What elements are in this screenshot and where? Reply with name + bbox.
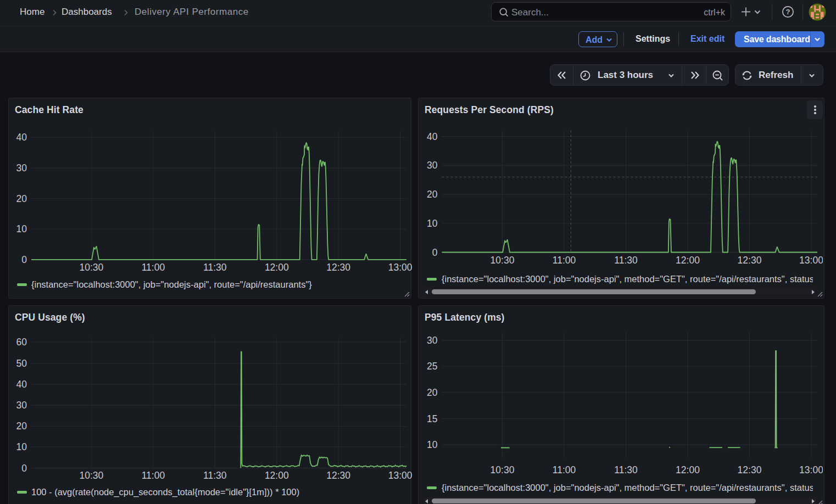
svg-text:11:00: 11:00 — [142, 262, 165, 273]
svg-text:12:30: 12:30 — [738, 255, 762, 266]
svg-text:13:00: 13:00 — [799, 464, 823, 475]
svg-text:13:00: 13:00 — [388, 262, 412, 273]
svg-text:12:00: 12:00 — [676, 464, 700, 475]
svg-text:12:30: 12:30 — [326, 470, 350, 481]
svg-text:11:30: 11:30 — [203, 262, 227, 273]
svg-text:20: 20 — [427, 387, 438, 398]
svg-text:10:30: 10:30 — [80, 470, 104, 481]
svg-text:20: 20 — [427, 189, 438, 200]
svg-text:12:30: 12:30 — [738, 464, 762, 475]
svg-text:10: 10 — [16, 223, 27, 234]
svg-text:20: 20 — [16, 193, 27, 204]
svg-text:50: 50 — [16, 358, 27, 369]
svg-text:11:00: 11:00 — [553, 255, 576, 266]
svg-text:10:30: 10:30 — [491, 464, 515, 475]
svg-text:11:30: 11:30 — [614, 464, 638, 475]
svg-text:11:30: 11:30 — [203, 470, 227, 481]
svg-text:10: 10 — [16, 441, 27, 452]
svg-text:13:00: 13:00 — [799, 255, 823, 266]
svg-text:20: 20 — [16, 421, 27, 432]
svg-text:60: 60 — [16, 337, 27, 348]
svg-text:10:30: 10:30 — [80, 262, 104, 273]
svg-text:12:00: 12:00 — [676, 255, 700, 266]
svg-text:30: 30 — [16, 400, 27, 411]
svg-text:40: 40 — [16, 132, 27, 143]
svg-text:0: 0 — [432, 247, 438, 258]
svg-text:40: 40 — [16, 379, 27, 390]
svg-text:30: 30 — [427, 335, 438, 346]
svg-text:0: 0 — [21, 463, 27, 474]
svg-text:40: 40 — [427, 131, 438, 142]
svg-text:11:00: 11:00 — [142, 470, 165, 481]
svg-text:15: 15 — [427, 413, 437, 424]
svg-text:25: 25 — [427, 361, 437, 372]
svg-text:10:30: 10:30 — [491, 255, 515, 266]
svg-text:30: 30 — [427, 160, 438, 171]
svg-text:0: 0 — [21, 254, 27, 265]
svg-text:13:00: 13:00 — [388, 470, 412, 481]
svg-text:10: 10 — [427, 218, 438, 229]
svg-text:12:00: 12:00 — [265, 262, 289, 273]
svg-text:?: ? — [786, 8, 790, 16]
svg-text:30: 30 — [16, 163, 27, 173]
svg-text:12:00: 12:00 — [265, 470, 289, 481]
svg-text:11:00: 11:00 — [553, 464, 576, 475]
svg-text:12:30: 12:30 — [326, 262, 350, 273]
svg-text:11:30: 11:30 — [614, 255, 638, 266]
svg-text:10: 10 — [427, 439, 438, 450]
